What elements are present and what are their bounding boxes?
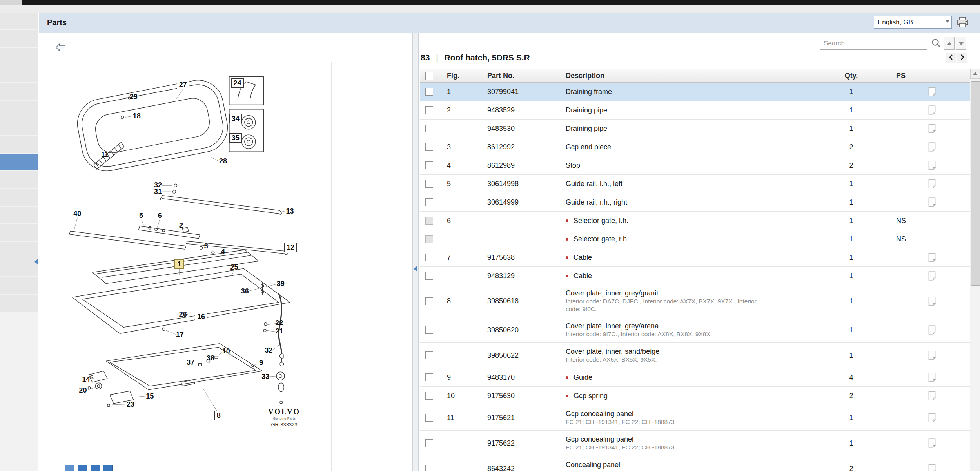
table-row[interactable]: 9483530 Draining pipe 1 [420,120,970,138]
document-icon[interactable] [928,179,936,189]
sidebar-item[interactable] [0,101,38,118]
select-all-checkbox[interactable] [425,72,433,80]
pagination-prev-button[interactable] [78,465,87,471]
document-icon[interactable] [928,351,936,360]
callout-40[interactable]: 40 [73,210,81,217]
sidebar-item[interactable] [0,171,38,188]
sidebar-item[interactable] [0,224,38,241]
callout-27[interactable]: 27 [177,80,189,89]
table-row[interactable]: 10 9175630 Gcp spring 2 [420,387,970,405]
sidebar-item[interactable] [0,242,38,259]
row-checkbox[interactable] [425,414,433,422]
callout-14[interactable]: 14 [82,376,90,383]
callout-11[interactable]: 11 [101,151,109,158]
callout-2[interactable]: 2 [179,222,183,229]
row-checkbox[interactable] [425,297,433,305]
sidebar-item[interactable] [0,207,38,223]
callout-22[interactable]: 22 [275,319,283,326]
search-button[interactable] [930,38,942,49]
callout-12[interactable]: 12 [284,243,297,252]
table-row[interactable]: 2 9483529 Draining pipe 1 [420,101,970,120]
row-checkbox[interactable] [425,88,433,96]
document-icon[interactable] [928,142,936,152]
next-section-button[interactable] [957,53,967,63]
row-checkbox[interactable] [425,198,433,206]
back-button[interactable] [55,43,67,52]
callout-32[interactable]: 32 [265,347,272,354]
document-icon[interactable] [928,325,936,335]
callout-4[interactable]: 4 [221,248,225,255]
sidebar-item[interactable] [0,259,38,276]
row-checkbox[interactable] [425,217,433,225]
find-next-button[interactable] [956,37,966,50]
sidebar-item-active[interactable] [0,154,38,170]
row-checkbox[interactable] [425,235,433,243]
callout-26[interactable]: 26 [179,311,187,318]
scrollbar-thumb[interactable] [971,81,980,286]
callout-35[interactable]: 35 [229,133,242,143]
callout-36[interactable]: 36 [241,288,249,295]
row-checkbox[interactable] [425,439,433,447]
table-row[interactable]: 6 Selector gate, l.h. 1 NS [420,212,970,230]
table-row[interactable]: 3 8612992 Gcp end piece 2 [420,138,970,156]
row-checkbox[interactable] [425,125,433,132]
search-input[interactable] [820,37,927,50]
print-button[interactable] [956,16,969,28]
callout-24[interactable]: 24 [231,78,244,88]
row-checkbox[interactable] [425,351,433,359]
table-row[interactable]: 11 9175621 Gcp concealing panel FC 21; C… [420,405,970,431]
document-icon[interactable] [928,373,936,382]
callout-38[interactable]: 38 [207,355,214,362]
row-checkbox[interactable] [425,106,433,114]
table-row[interactable]: 7 9175638 Cable 1 [420,248,970,267]
panel-splitter[interactable] [412,33,419,471]
callout-6[interactable]: 6 [158,212,162,219]
document-icon[interactable] [928,413,936,423]
callout-15[interactable]: 15 [146,393,154,400]
callout-39[interactable]: 39 [277,280,285,287]
callout-21[interactable]: 21 [275,328,283,335]
callout-34[interactable]: 34 [229,114,242,123]
callout-9[interactable]: 9 [259,359,263,366]
document-icon[interactable] [928,391,936,401]
sidebar-item[interactable] [0,83,38,100]
document-icon[interactable] [928,253,936,263]
document-icon[interactable] [928,464,936,471]
callout-31[interactable]: 31 [154,188,162,195]
sidebar-item[interactable] [0,48,38,65]
callout-1[interactable]: 1 [174,259,184,269]
callout-29[interactable]: 29 [130,93,138,100]
table-row[interactable]: 1 30799041 Draining frame 1 [420,83,970,101]
callout-20[interactable]: 20 [79,387,87,394]
sidebar-item[interactable] [0,30,38,47]
row-checkbox[interactable] [425,180,433,188]
callout-10[interactable]: 10 [222,348,230,355]
pagination-last-button[interactable] [103,465,113,471]
callout-3[interactable]: 3 [204,243,208,250]
row-checkbox[interactable] [425,272,433,280]
sidebar-collapse-icon[interactable] [34,259,38,265]
table-row[interactable]: 8643242 Concealing panel FC 21; CH 19134… [420,456,970,471]
table-row[interactable]: 39850622 Cover plate, inner, sand/beige … [420,343,970,368]
previous-section-button[interactable] [946,53,956,63]
document-icon[interactable] [928,438,936,448]
sidebar-item[interactable] [0,118,38,135]
row-checkbox[interactable] [425,392,433,400]
scrollbar-up-button[interactable] [970,69,980,79]
find-previous-button[interactable] [944,37,955,50]
callout-5[interactable]: 5 [137,211,145,220]
callout-13[interactable]: 13 [286,208,294,215]
row-checkbox[interactable] [425,373,433,381]
sidebar-item[interactable] [0,65,38,82]
sidebar-item[interactable] [0,189,38,206]
pagination-first-button[interactable] [65,465,74,471]
splitter-collapse-icon[interactable] [414,266,417,272]
callout-16[interactable]: 16 [195,312,207,321]
sidebar-item[interactable] [0,277,38,294]
callout-28[interactable]: 28 [219,158,227,165]
table-row[interactable]: 9175622 Gcp concealing panel FC 21; CH -… [420,431,970,456]
sidebar-item[interactable] [0,136,38,153]
row-checkbox[interactable] [425,465,433,471]
callout-37[interactable]: 37 [187,359,194,366]
table-row[interactable]: Selector gate, r.h. 1 NS [420,230,970,248]
